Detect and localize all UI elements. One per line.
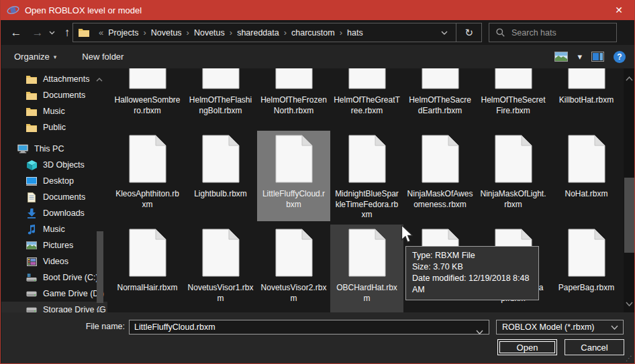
file-item[interactable]: HalloweenSombrero.rbxm bbox=[111, 68, 184, 127]
file-item[interactable]: MidnightBlueSparkleTimeFedora.rbxm bbox=[330, 131, 403, 221]
file-type-select[interactable]: ROBLOX Model (*.rbxm) bbox=[496, 320, 624, 335]
file-item[interactable]: KleosAphthiton.rbxm bbox=[111, 131, 184, 221]
file-name: NinjaMaskOfLight.rbxm bbox=[477, 189, 550, 210]
file-item[interactable]: NinjaMaskOfLight.rbxm bbox=[477, 131, 550, 221]
file-item[interactable]: NovetusVisor1.rbxm bbox=[184, 225, 257, 312]
rbxm-file-icon bbox=[348, 68, 386, 89]
rbxm-file-icon bbox=[275, 229, 313, 277]
breadcrumb-segment[interactable]: hats bbox=[347, 28, 363, 38]
organize-label: Organize bbox=[14, 52, 50, 62]
file-name: Lightbulb.rbxm bbox=[184, 189, 257, 200]
breadcrumb-segment[interactable]: charcustom bbox=[291, 28, 335, 38]
file-item[interactable]: NoHat.rbxm bbox=[550, 131, 623, 221]
sidebar-item-label: Downloads bbox=[43, 208, 85, 218]
sidebar-item-3d-objects[interactable]: 3D Objects bbox=[1, 157, 107, 173]
sidebar-scroll-down-icon[interactable] bbox=[96, 303, 103, 312]
file-name: NovetusVisor2.rbxm bbox=[257, 283, 330, 304]
rbxm-file-icon bbox=[202, 229, 240, 277]
sidebar-item-storage-drive-g[interactable]: Storage Drive (G bbox=[1, 302, 107, 312]
scroll-up-icon[interactable] bbox=[626, 72, 633, 84]
file-item[interactable]: HelmOfTheFrozenNorth.rbxm bbox=[257, 68, 330, 127]
sidebar-item-documents-user[interactable]: Documents bbox=[1, 87, 107, 103]
recent-locations-chevron-icon[interactable] bbox=[46, 20, 57, 45]
rbxm-file-icon bbox=[129, 229, 166, 277]
breadcrumb-segment[interactable]: Novetus bbox=[194, 28, 225, 38]
sidebar-item-pictures[interactable]: Pictures bbox=[1, 237, 107, 253]
file-item[interactable]: HelmOfTheGreatTree.rbxm bbox=[330, 68, 403, 127]
breadcrumb-overflow[interactable]: « bbox=[94, 27, 108, 38]
sidebar-scrollbar-thumb[interactable] bbox=[97, 231, 103, 303]
file-item[interactable]: NormalHair.rbxm bbox=[111, 225, 184, 312]
sidebar-item-music-user[interactable]: Music bbox=[1, 103, 107, 119]
open-button[interactable]: Open bbox=[497, 339, 557, 355]
file-name: HelmOfTheSacredEarth.rbxm bbox=[403, 95, 477, 116]
sidebar-item-public[interactable]: Public bbox=[1, 119, 107, 135]
file-item[interactable]: NinjaMaskOfAwesomeness.rbxm bbox=[403, 131, 477, 221]
file-name: NovetusVisor1.rbxm bbox=[184, 283, 257, 304]
sidebar-item-documents-pc[interactable]: Documents bbox=[1, 189, 107, 205]
scrollbar-thumb[interactable] bbox=[624, 178, 634, 253]
file-name-label: File name: bbox=[1, 322, 125, 331]
music-icon bbox=[26, 224, 37, 235]
address-dropdown-chevron-icon[interactable] bbox=[433, 23, 456, 42]
breadcrumb-segment[interactable]: Novetus bbox=[151, 28, 182, 38]
title-bar: Open ROBLOX level or model ✕ bbox=[1, 0, 634, 20]
sidebar-item-attachments[interactable]: Attachments bbox=[1, 71, 107, 87]
file-item-selected[interactable]: LittleFluffyCloud.rbxm bbox=[257, 131, 330, 221]
sidebar-item-game-drive-d[interactable]: Game Drive (D:) bbox=[1, 286, 107, 302]
tooltip-size: Size: 3.70 KB bbox=[412, 261, 532, 273]
sidebar-scroll-up-icon[interactable] bbox=[96, 72, 103, 84]
file-item[interactable]: HelmOfTheFlashingBolt.rbxm bbox=[184, 68, 257, 127]
file-name-input[interactable] bbox=[129, 320, 489, 335]
sidebar-item-label: Desktop bbox=[43, 176, 74, 186]
view-caret-icon[interactable]: ▾ bbox=[577, 52, 582, 62]
refresh-icon[interactable]: ↻ bbox=[456, 23, 481, 42]
breadcrumb-segment[interactable]: shareddata bbox=[237, 28, 279, 38]
back-icon[interactable]: ← bbox=[6, 20, 26, 45]
rbxm-file-icon bbox=[129, 68, 166, 89]
file-item[interactable]: Lightbulb.rbxm bbox=[184, 131, 257, 221]
sidebar-item-boot-drive-c[interactable]: Boot Drive (C:) bbox=[1, 269, 107, 286]
file-name: KillbotHat.rbxm bbox=[550, 95, 623, 106]
file-name: OBCHardHat.rbxm bbox=[330, 283, 403, 304]
sidebar-item-this-pc[interactable]: This PC bbox=[1, 141, 107, 157]
file-tooltip: Type: RBXM File Size: 3.70 KB Date modif… bbox=[405, 246, 539, 300]
folder-icon bbox=[26, 122, 37, 133]
file-item[interactable]: PaperBag.rbxm bbox=[550, 225, 623, 312]
file-name: PaperBag.rbxm bbox=[550, 283, 623, 294]
file-list-scrollbar[interactable] bbox=[624, 68, 635, 312]
sidebar-item-label: Boot Drive (C:) bbox=[43, 273, 99, 282]
organize-button[interactable]: Organize ▾ bbox=[14, 52, 56, 62]
sidebar-item-desktop[interactable]: Desktop bbox=[1, 173, 107, 189]
sidebar-item-music-pc[interactable]: Music bbox=[1, 221, 107, 237]
preview-pane-icon[interactable] bbox=[591, 52, 604, 62]
forward-icon[interactable]: → bbox=[28, 20, 48, 45]
computer-icon bbox=[17, 143, 28, 154]
search-box[interactable] bbox=[489, 23, 617, 42]
file-item[interactable]: NovetusVisor2.rbxm bbox=[257, 225, 330, 312]
pictures-icon bbox=[26, 240, 37, 251]
sidebar-item-videos[interactable]: Videos bbox=[1, 253, 107, 269]
resize-grip[interactable]: ⋰ bbox=[626, 355, 633, 362]
search-input[interactable] bbox=[510, 27, 597, 38]
desktop-icon bbox=[26, 176, 37, 186]
mouse-cursor bbox=[401, 225, 413, 243]
scroll-down-icon[interactable] bbox=[626, 297, 633, 309]
cancel-button[interactable]: Cancel bbox=[565, 339, 624, 355]
help-icon[interactable]: ? bbox=[614, 51, 626, 63]
sidebar-item-label: Documents bbox=[43, 192, 85, 202]
file-item[interactable]: HelmOfTheSecretFire.rbxm bbox=[477, 68, 550, 127]
close-icon[interactable]: ✕ bbox=[603, 0, 634, 20]
new-folder-button[interactable]: New folder bbox=[82, 52, 124, 62]
breadcrumb-segment[interactable]: Projects bbox=[108, 28, 138, 38]
breadcrumb-separator-icon: › bbox=[138, 27, 150, 38]
thumbnail-view-icon[interactable] bbox=[554, 52, 568, 62]
file-item-hovered[interactable]: OBCHardHat.rbxm bbox=[330, 225, 403, 312]
rbxm-file-icon bbox=[348, 135, 386, 183]
file-grid: HalloweenSombrero.rbxm HelmOfTheFlashing… bbox=[111, 68, 623, 312]
address-bar[interactable]: « Projects› Novetus› Novetus› shareddata… bbox=[72, 23, 482, 42]
file-item[interactable]: HelmOfTheSacredEarth.rbxm bbox=[403, 68, 477, 127]
sidebar-item-downloads[interactable]: Downloads bbox=[1, 205, 107, 221]
tooltip-modified: Date modified: 12/19/2018 8:48 AM bbox=[412, 273, 532, 296]
file-item[interactable]: KillbotHat.rbxm bbox=[550, 68, 623, 127]
